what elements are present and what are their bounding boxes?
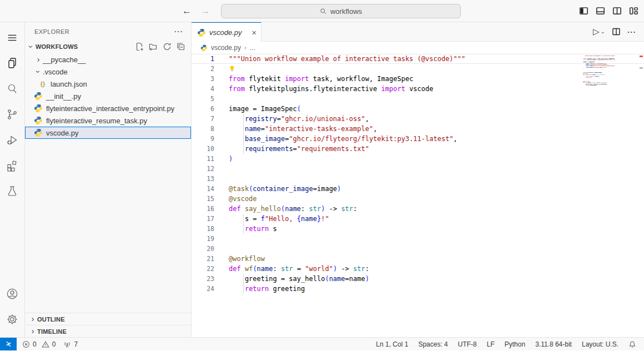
code-line-14[interactable]: 14@task(container_image=image) — [192, 184, 644, 194]
split-editor-icon[interactable] — [612, 27, 621, 36]
code-line-15[interactable]: 15@vscode — [192, 194, 644, 204]
tree-item-vscode-py[interactable]: vscode.py — [25, 127, 191, 139]
ports-indicator[interactable]: 7 — [63, 340, 78, 348]
explorer-more-actions[interactable]: ··· — [174, 27, 183, 36]
run-python-file-button[interactable]: ▷ ⌄ — [593, 27, 605, 37]
close-tab-icon[interactable]: × — [251, 28, 256, 37]
explorer-icon[interactable] — [3, 52, 21, 74]
line-number: 5 — [192, 94, 214, 104]
python-icon — [34, 128, 43, 137]
lightbulb-icon[interactable] — [229, 65, 235, 72]
code-editor[interactable]: 1"""Union workflow example of interactiv… — [192, 54, 644, 337]
tree-item--vscode[interactable]: ›.vscode — [25, 66, 191, 78]
status-item-3-11-8-64-bit[interactable]: 3.11.8 64-bit — [535, 340, 572, 348]
breadcrumb-file[interactable]: vscode.py — [211, 44, 241, 52]
refresh-icon[interactable] — [163, 42, 172, 51]
new-file-icon[interactable] — [135, 42, 144, 51]
code-line-4[interactable]: 4from flytekitplugins.flyteinteractive i… — [192, 84, 644, 94]
line-content — [214, 174, 229, 184]
status-item-utf-8[interactable]: UTF-8 — [458, 340, 477, 348]
tree-item-launch-json[interactable]: {}launch.json — [25, 78, 191, 90]
line-number: 21 — [192, 254, 214, 264]
breadcrumb: vscode.py › ... — [192, 42, 644, 54]
status-item-spaces-4[interactable]: Spaces: 4 — [418, 340, 447, 348]
code-line-10[interactable]: 10 requirements="requirements.txt" — [192, 144, 644, 154]
toggle-primary-sidebar-icon[interactable] — [579, 6, 588, 16]
python-icon — [34, 92, 43, 101]
source-control-icon[interactable] — [3, 103, 21, 126]
tab-vscode-py[interactable]: vscode.py × — [192, 22, 261, 42]
status-item-layout-u-s-[interactable]: Layout: U.S. — [582, 340, 618, 348]
code-line-12[interactable]: 12 — [192, 164, 644, 174]
code-line-17[interactable]: 17 s = f"Hello, {name}!" — [192, 214, 644, 224]
tree-item-flyteinteractive-resume-task-py[interactable]: flyteinteractive_resume_task.py — [25, 114, 191, 127]
code-line-6[interactable]: 6image = ImageSpec( — [192, 104, 644, 114]
error-icon — [22, 340, 30, 348]
overview-ruler-mark — [640, 67, 643, 69]
line-content: image = ImageSpec( — [214, 104, 301, 114]
line-content: return greeting — [214, 284, 305, 294]
toggle-secondary-sidebar-icon[interactable] — [612, 6, 622, 16]
overview-ruler-mark — [640, 56, 643, 57]
code-line-22[interactable]: 22def wf(name: str = "world") -> str: — [192, 264, 644, 274]
search-view-icon[interactable] — [3, 78, 21, 100]
toggle-panel-icon[interactable] — [596, 6, 605, 16]
code-line-2[interactable]: 2 — [192, 64, 644, 74]
code-line-8[interactable]: 8 name="interactive-tasks-example", — [192, 124, 644, 134]
timeline-section[interactable]: › TIMELINE — [25, 325, 191, 337]
extensions-icon[interactable] — [3, 154, 21, 177]
run-debug-icon[interactable] — [3, 129, 21, 151]
workflows-section-header[interactable]: › WORKFLOWS — [25, 41, 191, 53]
code-line-11[interactable]: 11) — [192, 154, 644, 164]
menu-icon[interactable] — [3, 27, 21, 49]
code-line-23[interactable]: 23 greeting = say_hello(name=name) — [192, 274, 644, 284]
code-line-16[interactable]: 16def say_hello(name: str) -> str: — [192, 204, 644, 214]
forward-arrow-icon: → — [200, 6, 210, 17]
tree-item-label: vscode.py — [46, 129, 79, 137]
account-icon[interactable] — [3, 283, 21, 305]
status-item-ln-1-col-1[interactable]: Ln 1, Col 1 — [376, 340, 408, 348]
chevron-right-icon: › — [37, 56, 40, 63]
line-number: 20 — [192, 244, 214, 254]
command-center-search[interactable]: workflows — [221, 4, 461, 18]
line-number: 3 — [192, 74, 214, 84]
customize-layout-icon[interactable] — [629, 6, 638, 16]
code-line-5[interactable]: 5 — [192, 94, 644, 104]
new-folder-icon[interactable] — [149, 42, 158, 51]
breadcrumb-symbol[interactable]: ... — [250, 44, 255, 52]
chevron-right-icon: › — [32, 327, 34, 335]
chevron-down-icon: › — [34, 70, 42, 73]
line-number: 16 — [192, 204, 214, 214]
line-number: 13 — [192, 174, 214, 184]
code-line-18[interactable]: 18 return s — [192, 224, 644, 234]
code-line-9[interactable]: 9 base_image="ghcr.io/flyteorg/flytekit:… — [192, 134, 644, 144]
outline-section[interactable]: › OUTLINE — [25, 313, 191, 325]
tree-item--init-py[interactable]: __init__.py — [25, 90, 191, 102]
tree-item-flyteinteractive-interactive-entrypoint-py[interactable]: flyteinteractive_interactive_entrypoint.… — [25, 102, 191, 114]
status-item-python[interactable]: Python — [505, 340, 525, 348]
code-line-3[interactable]: 3from flytekit import task, workflow, Im… — [192, 74, 644, 84]
tree-item--pycache-[interactable]: ›__pycache__ — [25, 53, 191, 66]
status-item-lf[interactable]: LF — [487, 340, 495, 348]
code-line-1[interactable]: 1"""Union workflow example of interactiv… — [192, 54, 644, 64]
search-icon — [320, 8, 327, 15]
line-number: 24 — [192, 284, 214, 294]
code-line-13[interactable]: 13 — [192, 174, 644, 184]
code-line-7[interactable]: 7 registry="ghcr.io/unionai-oss", — [192, 114, 644, 124]
code-line-21[interactable]: 21@workflow — [192, 254, 644, 264]
code-line-19[interactable]: 19 — [192, 234, 644, 244]
settings-gear-icon[interactable] — [3, 308, 21, 330]
explorer-sidebar: EXPLORER ··· › WORKFLOWS ›__pycache__›.v… — [25, 22, 192, 337]
testing-icon[interactable] — [3, 180, 21, 202]
minimap[interactable]: """Union workflow example of interactive… — [583, 56, 615, 86]
code-line-20[interactable]: 20 — [192, 244, 644, 254]
problems-indicator[interactable]: 0 0 — [22, 340, 56, 348]
python-icon — [200, 44, 208, 52]
editor-group: vscode.py × ▷ ⌄ ··· vscode.py › ... 1"""… — [192, 22, 644, 337]
notifications-bell-icon[interactable] — [628, 340, 636, 348]
editor-more-actions[interactable]: ··· — [627, 28, 636, 36]
back-arrow-icon[interactable]: ← — [182, 6, 192, 17]
code-line-24[interactable]: 24 return greeting — [192, 284, 644, 294]
remote-indicator[interactable] — [0, 338, 17, 350]
collapse-all-icon[interactable] — [177, 42, 185, 51]
